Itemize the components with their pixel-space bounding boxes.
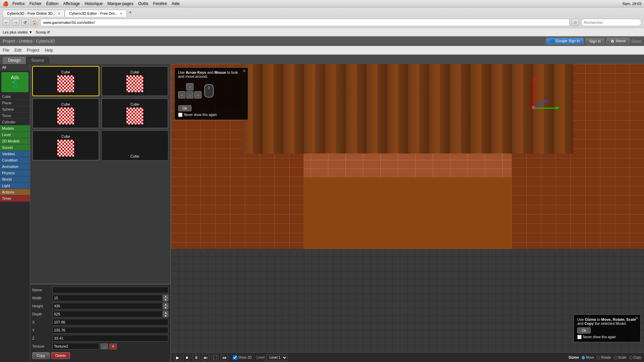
play-button[interactable]: ▶ bbox=[174, 354, 181, 361]
gizmo-move-radio[interactable] bbox=[582, 356, 585, 359]
prop-input-y[interactable] bbox=[52, 327, 168, 334]
menu-project[interactable]: Project bbox=[27, 48, 39, 53]
show-2d-checkbox[interactable] bbox=[233, 355, 237, 360]
gizmo-rotate-radio[interactable] bbox=[597, 356, 600, 359]
apple-logo-icon[interactable]: 🍎 bbox=[3, 1, 8, 6]
rewind-button[interactable]: ⏮ bbox=[221, 354, 228, 361]
home-button[interactable]: 🏠 bbox=[31, 19, 38, 26]
sidebar-item-varibles[interactable]: Varibles bbox=[0, 151, 30, 157]
prop-input-width[interactable] bbox=[52, 295, 162, 301]
never-show-arrow-checkbox[interactable] bbox=[178, 113, 182, 117]
gizmo-copy-option[interactable]: Copy bbox=[629, 356, 641, 359]
depth-down-button[interactable]: ▼ bbox=[163, 314, 168, 317]
mac-menu-outils[interactable]: Outils bbox=[138, 1, 149, 6]
menu-help[interactable]: Help bbox=[45, 48, 53, 53]
tab-design[interactable]: Design bbox=[3, 57, 26, 64]
sidebar-item-sound[interactable]: Sound bbox=[0, 144, 30, 151]
gizmo-move-option[interactable]: Move bbox=[582, 356, 594, 359]
height-spinner[interactable]: ▲ ▼ bbox=[163, 303, 168, 309]
mac-menu-marquepages[interactable]: Marque-pages bbox=[107, 1, 133, 6]
texture-clear-button[interactable]: ✕ bbox=[109, 344, 117, 349]
sidebar-item-sphere[interactable]: Sphere bbox=[0, 106, 30, 113]
depth-spinner[interactable]: ▲ ▼ bbox=[163, 311, 168, 317]
gizmo-scale-radio[interactable] bbox=[614, 356, 617, 359]
refresh-button[interactable]: ↺ bbox=[21, 19, 29, 26]
fullscreen-button[interactable]: ⛶ bbox=[211, 354, 219, 361]
gizmo-tooltip-ok-button[interactable]: Ok bbox=[577, 327, 591, 334]
sidebar-item-actions[interactable]: Actions bbox=[0, 189, 30, 195]
sidebar-item-cube[interactable]: Cube bbox=[0, 94, 30, 100]
forward-button[interactable]: → bbox=[12, 19, 19, 26]
sidebar-item-world[interactable]: World bbox=[0, 176, 30, 183]
viewport-area[interactable]: ✕ Use Arrow Keys and Mouse to look and m… bbox=[171, 64, 644, 362]
sidebar-item-2dmodels[interactable]: 2D Models bbox=[0, 138, 30, 144]
signin-button[interactable]: Sign In bbox=[586, 38, 604, 44]
browser-tab-1[interactable]: Cyberix3D - Free Online 3D... ✕ bbox=[3, 10, 65, 17]
mac-menu-historique[interactable]: Historique bbox=[85, 1, 103, 6]
depth-up-button[interactable]: ▲ bbox=[163, 311, 168, 314]
mac-menu-fichier[interactable]: Fichier bbox=[30, 1, 42, 6]
step-button[interactable]: ⏭ bbox=[202, 354, 209, 361]
sidebar-item-level[interactable]: Level bbox=[0, 132, 30, 138]
object-item-cube-1[interactable]: Cube bbox=[32, 66, 99, 96]
object-grid-scroll[interactable]: Cube Cube Cube Cube Cube bbox=[30, 64, 170, 284]
bookmark-button[interactable]: ☆ bbox=[572, 19, 579, 26]
tab-2-close-icon[interactable]: ✕ bbox=[120, 12, 122, 15]
sidebar-item-models[interactable]: Models bbox=[0, 125, 30, 132]
sidebar-ads-widget[interactable]: Ads 💲 bbox=[1, 72, 29, 92]
width-down-button[interactable]: ▼ bbox=[163, 298, 168, 301]
gizmo-copy-radio[interactable] bbox=[629, 356, 633, 359]
texture-browse-button[interactable]: ... bbox=[101, 344, 108, 349]
object-item-cube-3[interactable]: Cube bbox=[32, 98, 99, 128]
gizmo-scale-option[interactable]: Scale bbox=[614, 356, 627, 359]
prop-input-name[interactable] bbox=[52, 287, 168, 293]
prop-input-depth[interactable] bbox=[52, 311, 162, 317]
sidebar-item-torus[interactable]: Torus bbox=[0, 113, 30, 119]
menu-file[interactable]: File bbox=[3, 48, 9, 53]
sidebar-item-light[interactable]: Light bbox=[0, 183, 30, 189]
menu-edit[interactable]: Edit bbox=[14, 48, 21, 53]
scene-3d[interactable]: ✕ Use Arrow Keys and Mouse to look and m… bbox=[171, 64, 644, 362]
never-show-gizmo-checkbox[interactable] bbox=[577, 335, 582, 339]
width-spinner[interactable]: ▲ ▼ bbox=[163, 295, 168, 301]
sidebar-item-animation[interactable]: Animation bbox=[0, 164, 30, 170]
prop-input-height[interactable] bbox=[52, 303, 162, 309]
object-item-cube-6[interactable]: Cube bbox=[101, 130, 168, 161]
gizmo-rotate-option[interactable]: Rotate bbox=[597, 356, 611, 359]
stop-button[interactable]: ■ bbox=[183, 354, 191, 361]
mac-menu-aide[interactable]: Aide bbox=[172, 1, 180, 6]
arrow-tooltip-close-icon[interactable]: ✕ bbox=[243, 69, 246, 73]
object-item-cube-5[interactable]: Cube bbox=[32, 130, 99, 161]
gizmo-tooltip-close-icon[interactable]: ✕ bbox=[635, 316, 638, 320]
level-select[interactable]: Level 1 bbox=[266, 354, 287, 361]
sidebar-item-cylinder[interactable]: Cylinder bbox=[0, 119, 30, 125]
sidebar-item-physics[interactable]: Physics bbox=[0, 170, 30, 176]
copy-object-button[interactable]: Copy bbox=[32, 352, 50, 359]
bookmark-item-1[interactable]: Les plus visités ▼ bbox=[3, 30, 33, 34]
sidebar-item-timer[interactable]: Timer bbox=[0, 195, 30, 202]
height-down-button[interactable]: ▼ bbox=[163, 306, 168, 309]
mac-menu-affichage[interactable]: Affichage bbox=[63, 1, 80, 6]
tab-1-close-icon[interactable]: ✕ bbox=[58, 12, 60, 15]
object-item-cube-4[interactable]: Cube bbox=[101, 98, 168, 128]
pause-button[interactable]: ⏸ bbox=[193, 354, 200, 361]
address-bar-input[interactable] bbox=[40, 19, 570, 26]
sidebar-item-plane[interactable]: Plane bbox=[0, 100, 30, 106]
back-button[interactable]: ← bbox=[3, 19, 10, 26]
prop-input-x[interactable] bbox=[52, 319, 168, 325]
google-signin-button[interactable]: 🔵 Google Sign In bbox=[546, 38, 584, 44]
mac-menu-edition[interactable]: Édition bbox=[46, 1, 59, 6]
mac-menu-fenetre[interactable]: Fenêtre bbox=[153, 1, 167, 6]
browser-tab-2[interactable]: Cyberix3D Editor - Free Oni... ✕ bbox=[65, 10, 127, 17]
prop-input-texture[interactable] bbox=[52, 343, 99, 350]
mac-menu-firefox[interactable]: Firefox bbox=[12, 1, 25, 6]
sidebar-item-condition[interactable]: Condition bbox=[0, 157, 30, 164]
arrow-tooltip-ok-button[interactable]: Ok bbox=[178, 105, 192, 111]
height-up-button[interactable]: ▲ bbox=[163, 303, 168, 306]
search-input[interactable] bbox=[581, 19, 641, 26]
new-tab-button[interactable]: + bbox=[127, 8, 134, 17]
home-app-button[interactable]: 🏠 Home bbox=[606, 38, 629, 44]
prop-input-z[interactable] bbox=[52, 335, 168, 342]
tab-source[interactable]: Source bbox=[26, 57, 49, 64]
width-up-button[interactable]: ▲ bbox=[163, 295, 168, 298]
